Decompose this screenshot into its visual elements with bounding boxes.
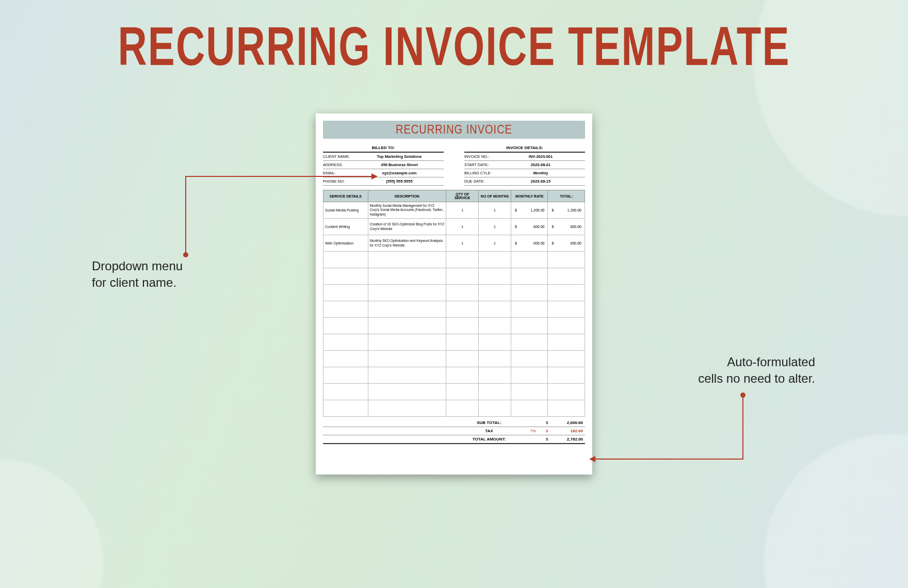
address-value: 456 Business Street: [355, 162, 444, 167]
doc-title-bar: RECURRING INVOICE: [323, 121, 585, 139]
svg-point-0: [183, 252, 188, 257]
totals-section: SUB TOTAL: $ 2,600.00 TAX 7% $ 182.00 TO…: [323, 419, 585, 444]
cell-description: Monthly SEO Optimization and Keyword Ana…: [368, 235, 446, 252]
billed-to-header: BILLED TO:: [323, 144, 444, 153]
table-row: [323, 384, 585, 400]
table-row: [323, 285, 585, 301]
tax-value: 182.00: [554, 429, 585, 433]
invoice-details-column: INVOICE DETAILS: INVOICE NO.:INV-2023-00…: [464, 144, 585, 186]
table-row: [323, 318, 585, 334]
cell-service: Social Media Posting: [323, 202, 368, 219]
invoice-document: RECURRING INVOICE BILLED TO: CLIENT NAME…: [316, 113, 592, 475]
start-date-label: START DATE:: [464, 162, 496, 167]
col-months: NO OF MONTHS: [479, 190, 511, 202]
cell-description: Creation of 10 SEO-Optimized Blog Posts …: [368, 219, 446, 235]
table-row: [323, 252, 585, 268]
cell-months: 1: [479, 219, 511, 235]
cell-total: $600.00: [548, 235, 585, 252]
due-date-value: 2023-08-15: [496, 179, 585, 184]
tax-label: TAX: [458, 429, 520, 433]
table-row: [323, 268, 585, 285]
currency: $: [546, 437, 554, 442]
table-row: Social Media PostingMonthly Social Media…: [323, 202, 585, 219]
email-value: xyz@example.com: [355, 171, 444, 175]
col-rate: MONTHLY RATE: [511, 190, 548, 202]
cell-total: $800.00: [548, 219, 585, 235]
cell-qty: 1: [446, 202, 479, 219]
svg-point-2: [740, 393, 745, 398]
col-qty: QTY OF SERVICE: [446, 190, 479, 202]
cell-service: Web Optimization: [323, 235, 368, 252]
page-title: RECURRING INVOICE TEMPLATE: [0, 0, 908, 78]
subtotal-label: SUB TOTAL:: [458, 420, 520, 425]
table-row: [323, 367, 585, 384]
cell-description: Monthly Social Media Management for XYZ …: [368, 202, 446, 219]
cell-months: 1: [479, 235, 511, 252]
callout-line: Auto-formulated: [698, 354, 815, 370]
currency: $: [546, 420, 554, 425]
table-row: [323, 334, 585, 351]
callout-autoformula: Auto-formulated cells no need to alter.: [698, 354, 815, 387]
email-label: EMAIL:: [323, 171, 355, 175]
start-date-value: 2023-08-01: [496, 162, 585, 167]
table-row: [323, 351, 585, 367]
table-row: Content WritingCreation of 10 SEO-Optimi…: [323, 219, 585, 235]
info-row: BILLED TO: CLIENT NAME:Top Marketing Sol…: [323, 144, 585, 186]
cell-total: $1,200.00: [548, 202, 585, 219]
cell-rate: $1,200.00: [511, 202, 548, 219]
bg-blob: [0, 459, 103, 588]
currency: $: [546, 429, 554, 433]
callout-line: cells no need to alter.: [698, 370, 815, 387]
connector-right: [587, 392, 747, 464]
due-date-label: DUE DATE:: [464, 179, 496, 184]
cell-qty: 1: [446, 235, 479, 252]
billing-cycle-value: Monthly: [496, 171, 585, 175]
cell-qty: 1: [446, 219, 479, 235]
total-value: 2,782.00: [554, 437, 585, 442]
cell-service: Content Writing: [323, 219, 368, 235]
invoice-no-value: INV-2023-001: [496, 154, 585, 159]
cell-rate: $800.00: [511, 219, 548, 235]
col-service: SERVICE DETAILS: [323, 190, 368, 202]
callout-line: Dropdown menu: [92, 258, 183, 274]
tax-percent: 7%: [520, 429, 546, 433]
table-row: [323, 301, 585, 318]
billed-to-column: BILLED TO: CLIENT NAME:Top Marketing Sol…: [323, 144, 444, 186]
table-row: Web OptimizationMonthly SEO Optimization…: [323, 235, 585, 252]
col-description: DESCRIPTION: [368, 190, 446, 202]
total-label: TOTAL AMOUNT:: [458, 437, 520, 442]
cell-months: 1: [479, 202, 511, 219]
subtotal-value: 2,600.00: [554, 420, 585, 425]
address-label: ADDRESS:: [323, 162, 355, 167]
invoice-details-header: INVOICE DETAILS:: [464, 144, 585, 153]
callout-dropdown: Dropdown menu for client name.: [92, 258, 183, 291]
callout-line: for client name.: [92, 274, 183, 291]
bg-blob: [764, 433, 908, 588]
table-row: [323, 400, 585, 417]
phone-value: (555) 555-5555: [355, 179, 444, 184]
client-name-value[interactable]: Top Marketing Solutions: [355, 154, 444, 159]
client-name-label: CLIENT NAME:: [323, 154, 355, 159]
billing-cycle-label: BILLING CYLE:: [464, 171, 496, 175]
items-table: SERVICE DETAILS DESCRIPTION QTY OF SERVI…: [323, 190, 585, 417]
cell-rate: $600.00: [511, 235, 548, 252]
phone-label: PHONE NO:: [323, 179, 355, 184]
doc-title: RECURRING INVOICE: [323, 123, 585, 137]
invoice-no-label: INVOICE NO.:: [464, 154, 496, 159]
col-total: TOTAL:: [548, 190, 585, 202]
